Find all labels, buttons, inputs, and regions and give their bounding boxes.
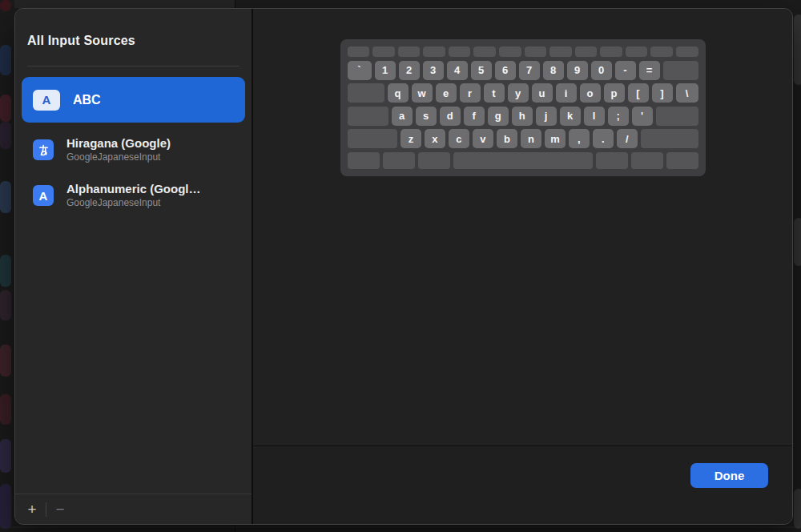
input-source-item-hiragana[interactable]: Hiragana (Google) GoogleJapaneseInput — [22, 131, 245, 168]
keyboard-blank-key — [525, 46, 547, 57]
keyboard-blank-key — [666, 152, 698, 169]
screen: All Input Sources A ABC — [0, 0, 801, 532]
keyboard-key: y — [508, 83, 529, 103]
keyboard-key: w — [412, 83, 433, 103]
alphanumeric-icon: A — [33, 185, 54, 206]
keyboard-key: z — [400, 129, 421, 148]
input-source-text: Alphanumeric (Googl… GoogleJapaneseInput — [66, 182, 201, 209]
abc-input-icon: A — [33, 90, 60, 111]
remove-input-source-button[interactable]: − — [46, 498, 74, 521]
input-source-text: Hiragana (Google) GoogleJapaneseInput — [66, 136, 171, 163]
keyboard-key: t — [484, 83, 505, 103]
input-source-label: Hiragana (Google) — [66, 136, 171, 151]
keyboard-key: 9 — [567, 61, 588, 80]
add-input-source-button[interactable]: + — [18, 498, 46, 521]
keyboard-blank-key — [641, 129, 698, 148]
dock-app-icon — [0, 255, 11, 287]
keyboard-key: m — [545, 129, 566, 148]
dock-app-icon — [0, 345, 11, 377]
dock-app-icon — [0, 45, 11, 75]
keyboard-blank-key — [372, 46, 395, 57]
keyboard-key: l — [584, 107, 605, 126]
sidebar: All Input Sources A ABC — [15, 9, 253, 524]
keyboard-blank-key — [453, 152, 593, 169]
dock-app-icon — [0, 394, 11, 425]
keyboard-preview-pane: `1234567890-=qwertyuiop[]\asdfghjkl;'zxc… — [253, 9, 792, 524]
keyboard-blank-key — [626, 46, 648, 57]
keyboard-layout-preview: `1234567890-=qwertyuiop[]\asdfghjkl;'zxc… — [340, 39, 706, 176]
keyboard-blank-key — [383, 152, 415, 169]
keyboard-blank-key — [575, 46, 598, 57]
dock-app-icon — [0, 484, 11, 529]
keyboard-key: - — [615, 61, 636, 80]
keyboard-row: zxcvbnm,./ — [348, 129, 698, 148]
dock-app-icon — [0, 122, 11, 149]
keyboard-key: 2 — [399, 61, 420, 80]
keyboard-key: \ — [676, 83, 698, 103]
keyboard-blank-key — [398, 46, 421, 57]
keyboard-key: 1 — [375, 61, 396, 80]
keyboard-key: r — [460, 83, 481, 103]
input-source-subtitle: GoogleJapaneseInput — [66, 151, 171, 163]
keyboard-blank-key — [600, 46, 622, 57]
keyboard-key: ] — [652, 83, 673, 103]
keyboard-blank-key — [676, 46, 698, 57]
keyboard-key: 4 — [447, 61, 468, 80]
input-source-list: A ABC Hiragana (Google) GoogleJa — [15, 66, 252, 214]
hiragana-glyph — [37, 143, 50, 157]
keyboard-key: p — [604, 83, 625, 103]
keyboard-key: n — [521, 129, 541, 148]
list-edit-toolbar: + − — [15, 494, 252, 524]
keyboard-row: `1234567890-= — [348, 61, 698, 80]
keyboard-blank-key — [348, 129, 397, 148]
abc-icon-letter: A — [42, 93, 51, 107]
dock-app-icon — [0, 95, 11, 122]
keyboard-key: ' — [632, 107, 653, 126]
keyboard-key: v — [473, 129, 493, 148]
keyboard-row — [348, 152, 698, 169]
keyboard-row: qwertyuiop[]\ — [348, 83, 698, 103]
done-button[interactable]: Done — [690, 463, 768, 488]
sidebar-title: All Input Sources — [27, 34, 239, 48]
input-source-subtitle: GoogleJapaneseInput — [66, 197, 201, 209]
keyboard-key: e — [436, 83, 457, 103]
input-source-item-alphanumeric[interactable]: A Alphanumeric (Googl… GoogleJapaneseInp… — [22, 177, 245, 214]
keyboard-key: [ — [628, 83, 649, 103]
hiragana-icon — [33, 139, 54, 160]
keyboard-key: o — [580, 83, 601, 103]
keyboard-key: d — [440, 107, 461, 126]
dock-app-icon — [0, 0, 11, 11]
keyboard-key: 7 — [519, 61, 540, 80]
dialog-footer: Done — [253, 445, 792, 524]
keyboard-key: ; — [608, 107, 629, 126]
dock-app-icon — [0, 439, 11, 473]
keyboard-key: g — [488, 107, 509, 126]
keyboard-blank-key — [596, 152, 628, 169]
keyboard-key: x — [425, 129, 445, 148]
keyboard-key: / — [617, 129, 638, 148]
keyboard-key: q — [388, 83, 409, 103]
keyboard-row — [348, 46, 698, 57]
keyboard-blank-key — [473, 46, 496, 57]
keyboard-blank-key — [650, 46, 673, 57]
keyboard-key: i — [556, 83, 577, 103]
keyboard-key: 6 — [495, 61, 516, 80]
input-sources-dialog: All Input Sources A ABC — [14, 8, 793, 525]
background-shape — [794, 218, 801, 266]
keyboard-key: s — [416, 107, 437, 126]
keyboard-blank-key — [631, 152, 663, 169]
keyboard-key: j — [536, 107, 557, 126]
keyboard-key: 8 — [543, 61, 564, 80]
dock-app-icon — [0, 290, 11, 320]
input-source-item-abc[interactable]: A ABC — [22, 77, 245, 123]
background-window-divider — [235, 0, 235, 8]
keyboard-key: , — [569, 129, 590, 148]
keyboard-blank-key — [423, 46, 445, 57]
keyboard-key: b — [497, 129, 517, 148]
keyboard-key: k — [560, 107, 581, 126]
keyboard-blank-key — [499, 46, 521, 57]
background-shape — [794, 14, 801, 85]
input-source-label: ABC — [73, 93, 101, 107]
keyboard-key: 3 — [423, 61, 444, 80]
alphanumeric-icon-letter: A — [39, 189, 48, 203]
